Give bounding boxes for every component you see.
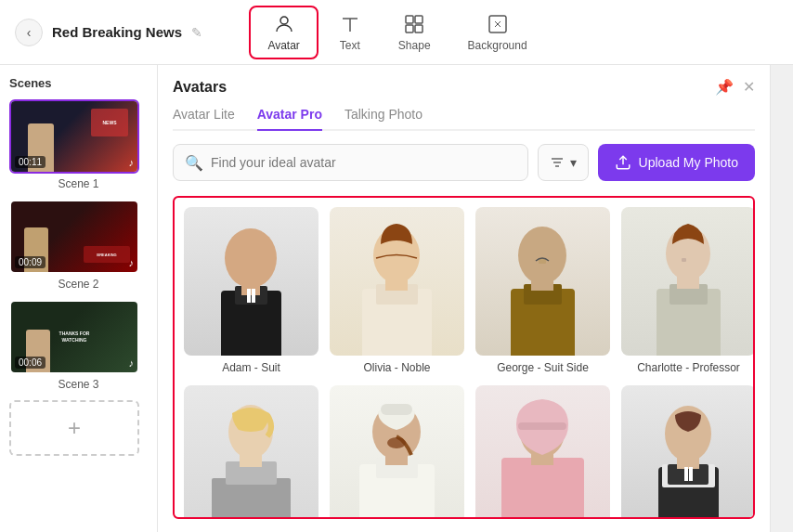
scene-item-2[interactable]: BREAKING 00:09 ♪ Scene 2 (9, 200, 148, 291)
avatar-image-charlotte (621, 207, 755, 356)
avatar-card-charles[interactable]: Charles - Teacher (621, 385, 755, 519)
scene2-label: Scene 2 (9, 278, 148, 291)
avatar-svg-ali (330, 385, 464, 519)
avatar-svg-chloe (184, 385, 318, 519)
text-icon (339, 13, 361, 35)
scene-item-3[interactable]: THANKS FOR WATCHING 00:06 ♪ Scene 3 (9, 300, 148, 391)
tabs: Avatar Lite Avatar Pro Talking Photo (173, 107, 755, 131)
avatar-icon (273, 13, 295, 35)
avatar-image-basma (475, 385, 610, 519)
avatar-card-adam[interactable]: Adam - Suit (184, 207, 318, 374)
toolbar-left: ‹ Red Breaking News ✎ (15, 19, 241, 46)
scene2-bg: BREAKING 00:09 ♪ (11, 201, 137, 272)
avatar-card-ali[interactable]: Ali - Ghutra (330, 385, 464, 519)
svg-rect-40 (381, 404, 412, 415)
avatar-card-chloe[interactable]: Chloe - HR Manager (184, 385, 318, 519)
avatar-panel: Avatars 📌 ✕ Avatar Lite Avatar Pro Talki… (158, 65, 771, 532)
avatar-card-george[interactable]: George - Suit Side (475, 207, 610, 374)
scene-thumb-1: NEWS 00:11 ♪ (9, 99, 139, 174)
pin-icon[interactable]: 📌 (715, 78, 734, 96)
panel-actions: 📌 ✕ (715, 78, 755, 96)
background-icon (487, 13, 509, 35)
avatar-name-charlotte: Charlotte - Professor (637, 361, 740, 374)
search-icon: 🔍 (185, 154, 203, 172)
back-button[interactable]: ‹ (15, 19, 43, 46)
scene-thumb-3: THANKS FOR WATCHING 00:06 ♪ (9, 300, 139, 374)
scene3-label: Scene 3 (9, 378, 148, 391)
svg-rect-52 (689, 467, 693, 481)
scene-thumb-2: BREAKING 00:09 ♪ (9, 200, 139, 274)
toolbar: ‹ Red Breaking News ✎ Avatar Text (0, 0, 793, 65)
search-input[interactable] (211, 155, 516, 170)
upload-icon (615, 154, 631, 171)
tool-shape[interactable]: Shape (382, 7, 448, 58)
svg-rect-45 (518, 422, 566, 430)
tool-avatar-label: Avatar (267, 39, 299, 52)
scene1-music-icon: ♪ (129, 157, 135, 168)
scenes-sidebar: Scenes NEWS 00:11 ♪ Scene 1 (0, 65, 158, 532)
avatar-svg-adam (184, 207, 318, 356)
avatar-svg-basma (475, 385, 610, 519)
upload-photo-button[interactable]: Upload My Photo (598, 144, 755, 181)
scene3-timer: 00:06 (15, 357, 46, 369)
tool-background[interactable]: Background (451, 7, 544, 58)
tool-background-label: Background (468, 39, 527, 52)
search-box[interactable]: 🔍 (173, 144, 528, 181)
tab-avatar-lite[interactable]: Avatar Lite (173, 107, 235, 131)
avatar-image-adam (184, 207, 318, 356)
avatar-card-basma[interactable]: Basma - Pink Hijab (475, 385, 610, 519)
svg-rect-25 (531, 274, 553, 291)
scene2-timer: 00:09 (15, 256, 46, 268)
svg-point-41 (387, 437, 406, 448)
close-icon[interactable]: ✕ (743, 78, 755, 96)
avatar-grid-container: Adam - Suit Olivia - Nob (173, 196, 755, 519)
filter-chevron: ▾ (570, 155, 577, 170)
svg-rect-50 (677, 452, 699, 469)
tab-talking-photo[interactable]: Talking Photo (344, 107, 422, 131)
main-area: Scenes NEWS 00:11 ♪ Scene 1 (0, 65, 793, 532)
project-title: Red Breaking News (52, 24, 182, 40)
panel-title: Avatars (173, 79, 227, 96)
svg-rect-16 (247, 289, 251, 303)
avatar-card-olivia[interactable]: Olivia - Noble (330, 207, 464, 374)
avatar-name-olivia: Olivia - Noble (363, 361, 430, 374)
svg-rect-4 (415, 16, 422, 23)
svg-rect-42 (501, 458, 584, 519)
avatar-name-george: George - Suit Side (497, 361, 589, 374)
panel-header: Avatars 📌 ✕ (173, 78, 755, 96)
avatar-image-ali (330, 385, 464, 519)
shape-icon (403, 13, 425, 35)
svg-rect-5 (406, 25, 413, 32)
scene1-bg: NEWS 00:11 ♪ (11, 101, 137, 172)
scenes-title: Scenes (9, 76, 148, 90)
avatar-svg-charlotte (621, 207, 755, 356)
avatar-image-chloe (184, 385, 318, 519)
filter-icon (550, 155, 565, 170)
add-icon: + (68, 415, 81, 441)
tool-shape-label: Shape (398, 39, 431, 52)
avatar-svg-charles (621, 385, 755, 519)
svg-rect-17 (252, 289, 255, 303)
avatar-image-olivia (330, 207, 464, 356)
tool-avatar[interactable]: Avatar (249, 6, 318, 59)
scene-item-1[interactable]: NEWS 00:11 ♪ Scene 1 (9, 99, 148, 190)
toolbar-center: Avatar Text Shape Backg (249, 6, 543, 59)
scene1-timer: 00:11 (15, 156, 46, 168)
svg-rect-39 (385, 450, 408, 465)
avatar-image-charles (621, 385, 755, 519)
svg-rect-31 (682, 258, 686, 262)
tab-avatar-pro[interactable]: Avatar Pro (257, 107, 322, 131)
svg-rect-3 (406, 16, 413, 23)
svg-rect-21 (385, 274, 408, 291)
search-row: 🔍 ▾ Upload My Photo (173, 144, 755, 181)
svg-rect-30 (677, 272, 699, 289)
filter-button[interactable]: ▾ (538, 144, 589, 181)
tool-text[interactable]: Text (322, 7, 378, 58)
add-scene-button[interactable]: + (9, 400, 139, 456)
edit-icon[interactable]: ✎ (191, 25, 202, 40)
upload-label: Upload My Photo (639, 155, 738, 170)
tool-text-label: Text (340, 39, 360, 52)
avatar-card-charlotte[interactable]: Charlotte - Professor (621, 207, 755, 374)
avatar-grid: Adam - Suit Olivia - Nob (184, 207, 744, 519)
svg-rect-6 (415, 25, 422, 32)
